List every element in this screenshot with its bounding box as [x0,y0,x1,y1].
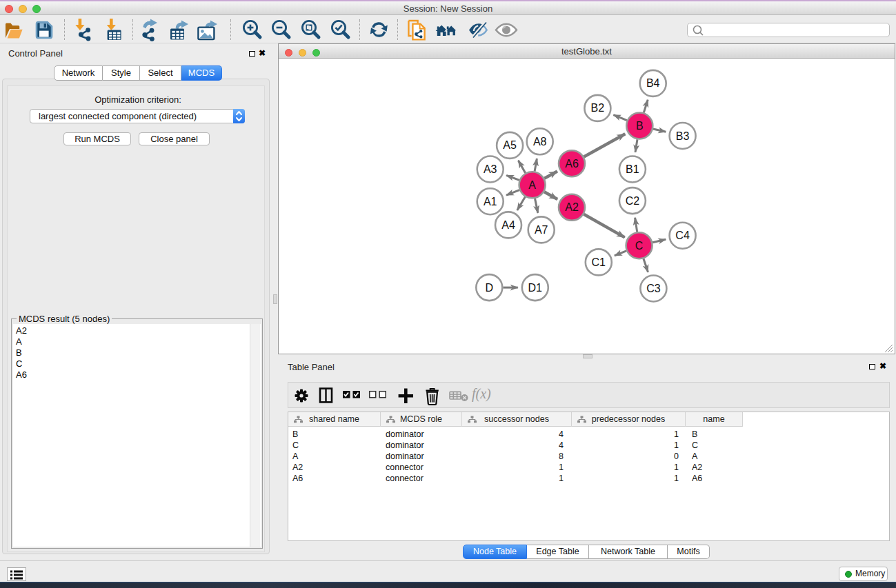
svg-text:B2: B2 [591,102,605,114]
svg-text:A1: A1 [484,196,497,207]
svg-text:D: D [486,282,494,294]
svg-text:A2: A2 [565,201,579,213]
svg-text:C4: C4 [675,230,690,241]
svg-text:B3: B3 [676,130,690,142]
svg-text:C3: C3 [646,283,661,294]
svg-text:B4: B4 [646,77,660,89]
svg-text:D1: D1 [528,282,543,294]
svg-text:A6: A6 [565,158,579,170]
svg-text:A8: A8 [533,136,547,148]
svg-text:C2: C2 [626,195,640,207]
svg-text:A: A [528,179,536,191]
svg-text:B: B [636,120,644,132]
svg-text:A3: A3 [484,163,497,175]
svg-text:A7: A7 [535,224,548,236]
svg-text:A5: A5 [503,139,517,151]
svg-text:C1: C1 [592,256,606,268]
svg-text:B1: B1 [626,163,639,175]
svg-text:A4: A4 [501,219,515,231]
svg-text:C: C [635,240,644,252]
